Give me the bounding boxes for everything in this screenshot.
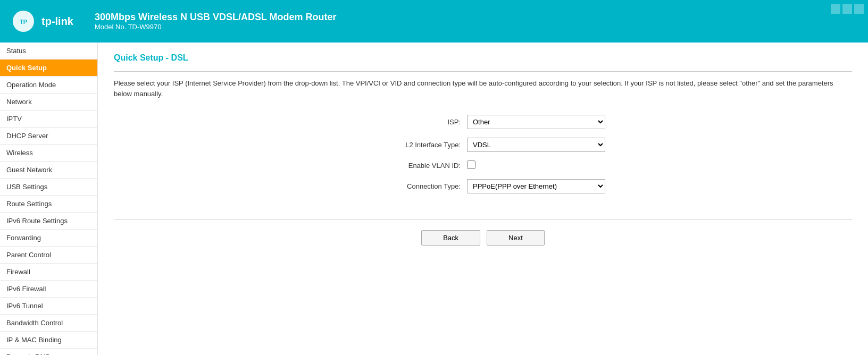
isp-select[interactable]: OtherISP 1ISP 2: [467, 115, 605, 129]
sidebar: StatusQuick SetupOperation ModeNetworkIP…: [0, 43, 98, 355]
model-number: Model No. TD-W9970: [95, 23, 337, 31]
sidebar-item-operation-mode[interactable]: Operation Mode: [0, 77, 97, 94]
button-row: Back Next: [114, 230, 852, 246]
sidebar-item-parent-control[interactable]: Parent Control: [0, 247, 97, 264]
sidebar-item-forwarding[interactable]: Forwarding: [0, 230, 97, 247]
logo: TP tp-link: [11, 9, 73, 34]
back-button[interactable]: Back: [421, 230, 480, 246]
sidebar-item-dhcp-server[interactable]: DHCP Server: [0, 128, 97, 145]
l2-interface-row: L2 Interface Type: VDSLADSL: [114, 138, 852, 152]
logo-text: tp-link: [41, 15, 73, 28]
divider-top: [114, 71, 852, 72]
next-button[interactable]: Next: [487, 230, 545, 246]
form-section: ISP: OtherISP 1ISP 2 L2 Interface Type: …: [114, 109, 852, 213]
header-decoration: [827, 0, 868, 18]
sidebar-item-usb-settings[interactable]: USB Settings: [0, 179, 97, 196]
connection-type-select[interactable]: PPPoE(PPP over Ethernet)PPPoAMERIPoABrid…: [467, 179, 605, 193]
connection-type-label: Connection Type:: [361, 182, 467, 190]
page-title: Quick Setup - DSL: [114, 53, 852, 63]
main-layout: StatusQuick SetupOperation ModeNetworkIP…: [0, 43, 868, 355]
sidebar-item-bandwidth-control[interactable]: Bandwidth Control: [0, 315, 97, 332]
connection-type-row: Connection Type: PPPoE(PPP over Ethernet…: [114, 179, 852, 193]
enable-vlan-row: Enable VLAN ID:: [114, 160, 852, 171]
sidebar-item-firewall[interactable]: Firewall: [0, 264, 97, 281]
sidebar-item-dynamic-dns[interactable]: Dynamic DNS: [0, 349, 97, 355]
sidebar-item-iptv[interactable]: IPTV: [0, 111, 97, 128]
sidebar-item-quick-setup[interactable]: Quick Setup: [0, 60, 97, 77]
content-area: Quick Setup - DSL Please select your ISP…: [98, 43, 868, 355]
isp-label: ISP:: [361, 118, 467, 126]
sidebar-item-ip-&-mac-binding[interactable]: IP & MAC Binding: [0, 332, 97, 349]
enable-vlan-control: [467, 160, 605, 171]
divider-bottom: [114, 219, 852, 219]
sidebar-item-ipv6-firewall[interactable]: IPv6 Firewall: [0, 281, 97, 298]
sidebar-item-status[interactable]: Status: [0, 43, 97, 60]
l2-interface-control: VDSLADSL: [467, 138, 605, 152]
isp-control: OtherISP 1ISP 2: [467, 115, 605, 129]
header-title: 300Mbps Wireless N USB VDSL/ADSL Modem R…: [95, 12, 337, 31]
sidebar-item-ipv6-route-settings[interactable]: IPv6 Route Settings: [0, 213, 97, 230]
sidebar-item-network[interactable]: Network: [0, 94, 97, 111]
l2-interface-select[interactable]: VDSLADSL: [467, 138, 605, 152]
sidebar-item-route-settings[interactable]: Route Settings: [0, 196, 97, 213]
enable-vlan-checkbox[interactable]: [467, 160, 475, 169]
svg-text:TP: TP: [20, 19, 27, 25]
tp-link-logo-icon: TP: [11, 9, 36, 34]
sidebar-item-guest-network[interactable]: Guest Network: [0, 162, 97, 179]
product-name: 300Mbps Wireless N USB VDSL/ADSL Modem R…: [95, 12, 337, 23]
header: TP tp-link 300Mbps Wireless N USB VDSL/A…: [0, 0, 868, 43]
sidebar-item-wireless[interactable]: Wireless: [0, 145, 97, 162]
connection-type-control: PPPoE(PPP over Ethernet)PPPoAMERIPoABrid…: [467, 179, 605, 193]
enable-vlan-label: Enable VLAN ID:: [361, 162, 467, 170]
description-text: Please select your ISP (Internet Service…: [114, 78, 852, 99]
isp-row: ISP: OtherISP 1ISP 2: [114, 115, 852, 129]
l2-interface-label: L2 Interface Type:: [361, 141, 467, 149]
sidebar-item-ipv6-tunnel[interactable]: IPv6 Tunnel: [0, 298, 97, 315]
